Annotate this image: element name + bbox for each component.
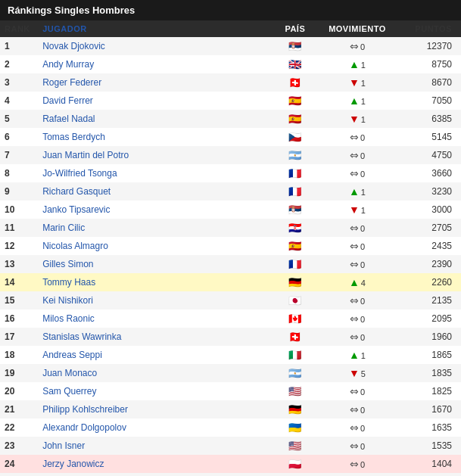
player-name[interactable]: Janko Tipsarevic bbox=[38, 201, 270, 219]
player-name[interactable]: Andreas Seppi bbox=[38, 346, 270, 364]
player-name[interactable]: Juan Martin del Potro bbox=[38, 146, 270, 164]
player-name[interactable]: Andy Murray bbox=[38, 55, 270, 73]
country-flag: 🇦🇷 bbox=[288, 367, 301, 379]
country-flag: 🇺🇸 bbox=[288, 385, 301, 397]
points-cell: 2260 bbox=[394, 273, 461, 291]
movement-neutral-icon: ⇔ bbox=[350, 331, 359, 343]
movement-value: 1 bbox=[361, 79, 366, 88]
player-name[interactable]: Stanislas Wawrinka bbox=[38, 328, 270, 346]
player-name[interactable]: Marin Cilic bbox=[38, 219, 270, 237]
table-row: 7 Juan Martin del Potro 🇦🇷 ⇔0 4750 bbox=[0, 146, 461, 164]
movement-value: 0 bbox=[360, 442, 365, 451]
movement-cell: ⇔0 bbox=[320, 455, 395, 473]
movement-cell: ▲1 bbox=[320, 55, 395, 73]
movement-cell: ⇔0 bbox=[320, 437, 395, 455]
player-name[interactable]: Richard Gasquet bbox=[38, 182, 270, 201]
movement-value: 0 bbox=[360, 224, 365, 233]
points-cell: 1404 bbox=[394, 455, 461, 473]
player-name[interactable]: Jerzy Janowicz bbox=[38, 455, 270, 473]
player-name[interactable]: Roger Federer bbox=[38, 73, 270, 92]
flag-cell: 🇬🇧 bbox=[270, 55, 320, 73]
rank-cell: 6 bbox=[0, 128, 38, 146]
player-name[interactable]: Juan Monaco bbox=[38, 364, 270, 382]
movement-cell: ▲1 bbox=[320, 346, 395, 364]
flag-cell: 🇩🇪 bbox=[270, 400, 320, 418]
player-name[interactable]: Jo-Wilfried Tsonga bbox=[38, 164, 270, 182]
movement-cell: ⇔0 bbox=[320, 291, 395, 310]
points-cell: 12370 bbox=[394, 37, 461, 55]
player-name[interactable]: Alexandr Dolgopolov bbox=[38, 418, 270, 437]
movement-neutral-icon: ⇔ bbox=[350, 167, 359, 179]
table-row: 9 Richard Gasquet 🇫🇷 ▲1 3230 bbox=[0, 182, 461, 201]
movement-value: 1 bbox=[361, 61, 366, 70]
country-flag: 🇷🇸 bbox=[288, 40, 301, 52]
flag-cell: 🇫🇷 bbox=[270, 255, 320, 273]
flag-cell: 🇷🇸 bbox=[270, 37, 320, 55]
rank-cell: 8 bbox=[0, 164, 38, 182]
flag-cell: 🇦🇷 bbox=[270, 364, 320, 382]
player-name[interactable]: Novak Djokovic bbox=[38, 37, 270, 55]
movement-value: 5 bbox=[361, 369, 366, 378]
rank-cell: 12 bbox=[0, 237, 38, 255]
movement-cell: ⇔0 bbox=[320, 219, 395, 237]
rank-cell: 21 bbox=[0, 400, 38, 418]
table-row: 25 Jeremy Chardy 🇫🇷 ⇔0 1331 bbox=[0, 473, 461, 476]
player-name[interactable]: Gilles Simon bbox=[38, 255, 270, 273]
movement-up-icon: ▲ bbox=[349, 185, 360, 198]
table-row: 6 Tomas Berdych 🇨🇿 ⇔0 5145 bbox=[0, 128, 461, 146]
player-name[interactable]: Philipp Kohlschreiber bbox=[38, 400, 270, 418]
table-row: 1 Novak Djokovic 🇷🇸 ⇔0 12370 bbox=[0, 37, 461, 55]
table-row: 8 Jo-Wilfried Tsonga 🇫🇷 ⇔0 3660 bbox=[0, 164, 461, 182]
country-flag: 🇭🇷 bbox=[288, 222, 301, 234]
movement-cell: ⇔0 bbox=[320, 328, 395, 346]
flag-cell: 🇨🇭 bbox=[270, 328, 320, 346]
rank-cell: 1 bbox=[0, 37, 38, 55]
flag-cell: 🇫🇷 bbox=[270, 164, 320, 182]
player-name[interactable]: Rafael Nadal bbox=[38, 110, 270, 128]
movement-cell: ⇔0 bbox=[320, 310, 395, 328]
movement-value: 1 bbox=[361, 115, 366, 124]
player-name[interactable]: Milos Raonic bbox=[38, 310, 270, 328]
table-row: 22 Alexandr Dolgopolov 🇺🇦 ⇔0 1635 bbox=[0, 418, 461, 437]
flag-cell: 🇪🇸 bbox=[270, 110, 320, 128]
movement-neutral-icon: ⇔ bbox=[350, 40, 359, 52]
movement-cell: ▼1 bbox=[320, 201, 395, 219]
points-cell: 3660 bbox=[394, 164, 461, 182]
flag-cell: 🇺🇦 bbox=[270, 418, 320, 437]
rank-cell: 13 bbox=[0, 255, 38, 273]
table-row: 13 Gilles Simon 🇫🇷 ⇔0 2390 bbox=[0, 255, 461, 273]
country-flag: 🇵🇱 bbox=[288, 458, 301, 470]
points-cell: 1825 bbox=[394, 382, 461, 400]
points-cell: 1835 bbox=[394, 364, 461, 382]
player-name[interactable]: John Isner bbox=[38, 437, 270, 455]
flag-cell: 🇫🇷 bbox=[270, 473, 320, 476]
table-row: 18 Andreas Seppi 🇮🇹 ▲1 1865 bbox=[0, 346, 461, 364]
points-cell: 2390 bbox=[394, 255, 461, 273]
flag-cell: 🇪🇸 bbox=[270, 237, 320, 255]
header-rank: RANK bbox=[0, 20, 38, 37]
player-name[interactable]: Nicolas Almagro bbox=[38, 237, 270, 255]
table-row: 12 Nicolas Almagro 🇪🇸 ⇔0 2435 bbox=[0, 237, 461, 255]
flag-cell: 🇮🇹 bbox=[270, 346, 320, 364]
movement-neutral-icon: ⇔ bbox=[350, 149, 359, 161]
movement-neutral-icon: ⇔ bbox=[350, 313, 359, 325]
table-row: 14 Tommy Haas 🇩🇪 ▲4 2260 bbox=[0, 273, 461, 291]
movement-value: 0 bbox=[360, 151, 365, 160]
flag-cell: 🇭🇷 bbox=[270, 219, 320, 237]
player-name[interactable]: Tommy Haas bbox=[38, 273, 270, 291]
player-name[interactable]: David Ferrer bbox=[38, 92, 270, 110]
flag-cell: 🇵🇱 bbox=[270, 455, 320, 473]
rank-cell: 22 bbox=[0, 418, 38, 437]
movement-cell: ▼5 bbox=[320, 364, 395, 382]
points-cell: 1331 bbox=[394, 473, 461, 476]
page-title: Ránkings Singles Hombres bbox=[0, 0, 461, 20]
flag-cell: 🇨🇭 bbox=[270, 73, 320, 92]
points-cell: 1865 bbox=[394, 346, 461, 364]
player-name[interactable]: Kei Nishikori bbox=[38, 291, 270, 310]
player-name[interactable]: Tomas Berdych bbox=[38, 128, 270, 146]
country-flag: 🇨🇦 bbox=[288, 313, 301, 325]
points-cell: 5145 bbox=[394, 128, 461, 146]
header-player: JUGADOR bbox=[38, 20, 270, 37]
player-name[interactable]: Sam Querrey bbox=[38, 382, 270, 400]
player-name[interactable]: Jeremy Chardy bbox=[38, 473, 270, 476]
